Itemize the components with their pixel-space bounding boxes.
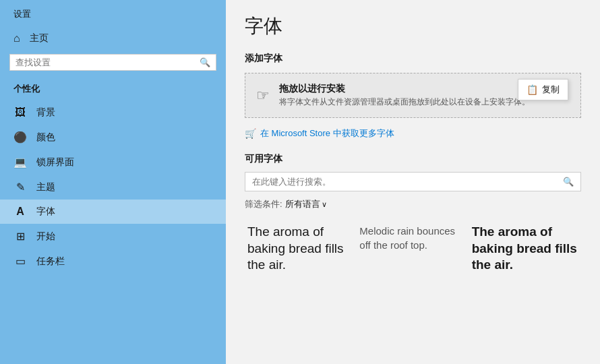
drop-zone-subtitle: 将字体文件从文件资源管理器或桌面拖放到此处以在设备上安装字体。 — [279, 96, 530, 108]
sidebar-color-label: 颜色 — [36, 131, 55, 144]
font-preview-grid: The aroma of baking bread fills the air.… — [245, 220, 581, 278]
font-search-box[interactable]: 🔍 — [245, 172, 581, 191]
font-preview-2[interactable]: Melodic rain bounces off the roof top. — [357, 220, 469, 278]
store-link[interactable]: 🛒 在 Microsoft Store 中获取更多字体 — [245, 127, 581, 140]
drop-zone-text: 拖放以进行安装 将字体文件从文件资源管理器或桌面拖放到此处以在设备上安装字体。 — [279, 83, 530, 108]
font-preview-text-2: Melodic rain bounces off the roof top. — [359, 224, 466, 252]
settings-search-input[interactable] — [16, 57, 200, 67]
sidebar-taskbar-label: 任务栏 — [36, 255, 65, 268]
background-icon: 🖼 — [13, 107, 27, 119]
sidebar-item-start[interactable]: ⊞ 开始 — [0, 224, 226, 249]
font-preview-text-1: The aroma of baking bread fills the air. — [247, 224, 354, 274]
add-font-heading: 添加字体 — [245, 53, 581, 65]
settings-title: 设置 — [0, 0, 226, 26]
filter-value-button[interactable]: 所有语言 ∨ — [285, 198, 327, 210]
filter-row: 筛选条件: 所有语言 ∨ — [245, 198, 581, 210]
page-title: 字体 — [245, 13, 581, 39]
sidebar-item-home[interactable]: ⌂ 主页 — [0, 26, 226, 51]
copy-tooltip: 📋 复制 — [518, 79, 568, 100]
copy-icon: 📋 — [527, 84, 538, 95]
font-search-input[interactable] — [252, 177, 563, 187]
search-icon: 🔍 — [200, 57, 210, 67]
store-link-label: 在 Microsoft Store 中获取更多字体 — [260, 127, 394, 140]
drop-zone[interactable]: ☞ 拖放以进行安装 将字体文件从文件资源管理器或桌面拖放到此处以在设备上安装字体… — [245, 73, 581, 118]
filter-value-text: 所有语言 — [285, 198, 320, 210]
personalization-label: 个性化 — [0, 79, 226, 100]
home-icon: ⌂ — [13, 32, 20, 44]
drop-zone-title: 拖放以进行安装 — [279, 83, 530, 95]
sidebar-item-color[interactable]: ⚫ 颜色 — [0, 125, 226, 150]
font-preview-1[interactable]: The aroma of baking bread fills the air. — [245, 220, 357, 278]
sidebar: 设置 ⌂ 主页 🔍 个性化 🖼 背景 ⚫ 颜色 💻 锁屏界面 ✎ 主题 A 字体… — [0, 0, 226, 364]
copy-label: 复制 — [542, 84, 560, 96]
theme-icon: ✎ — [13, 181, 27, 193]
chevron-down-icon: ∨ — [322, 200, 327, 209]
available-fonts-heading: 可用字体 — [245, 153, 581, 165]
main-content: 字体 添加字体 ☞ 拖放以进行安装 将字体文件从文件资源管理器或桌面拖放到此处以… — [226, 0, 600, 364]
sidebar-item-font[interactable]: A 字体 — [0, 200, 226, 224]
lockscreen-icon: 💻 — [13, 156, 27, 169]
font-search-icon: 🔍 — [563, 177, 574, 187]
settings-search-box[interactable]: 🔍 — [9, 54, 216, 71]
sidebar-home-label: 主页 — [30, 32, 49, 44]
taskbar-icon: ▭ — [13, 255, 27, 268]
sidebar-theme-label: 主题 — [36, 181, 55, 193]
sidebar-item-background[interactable]: 🖼 背景 — [0, 100, 226, 125]
sidebar-background-label: 背景 — [36, 107, 55, 119]
sidebar-item-theme[interactable]: ✎ 主题 — [0, 175, 226, 200]
store-icon: 🛒 — [245, 128, 256, 139]
sidebar-item-lockscreen[interactable]: 💻 锁屏界面 — [0, 150, 226, 175]
sidebar-start-label: 开始 — [36, 231, 55, 243]
font-preview-3[interactable]: The aroma of baking bread fills the air. — [469, 220, 581, 278]
font-icon: A — [13, 206, 27, 218]
sidebar-font-label: 字体 — [36, 206, 55, 218]
sidebar-lockscreen-label: 锁屏界面 — [36, 156, 74, 169]
color-icon: ⚫ — [13, 131, 27, 144]
font-preview-text-3: The aroma of baking bread fills the air. — [472, 224, 578, 274]
drag-icon: ☞ — [256, 87, 270, 104]
sidebar-item-taskbar[interactable]: ▭ 任务栏 — [0, 249, 226, 274]
start-icon: ⊞ — [13, 230, 27, 243]
filter-label: 筛选条件: — [245, 198, 282, 210]
